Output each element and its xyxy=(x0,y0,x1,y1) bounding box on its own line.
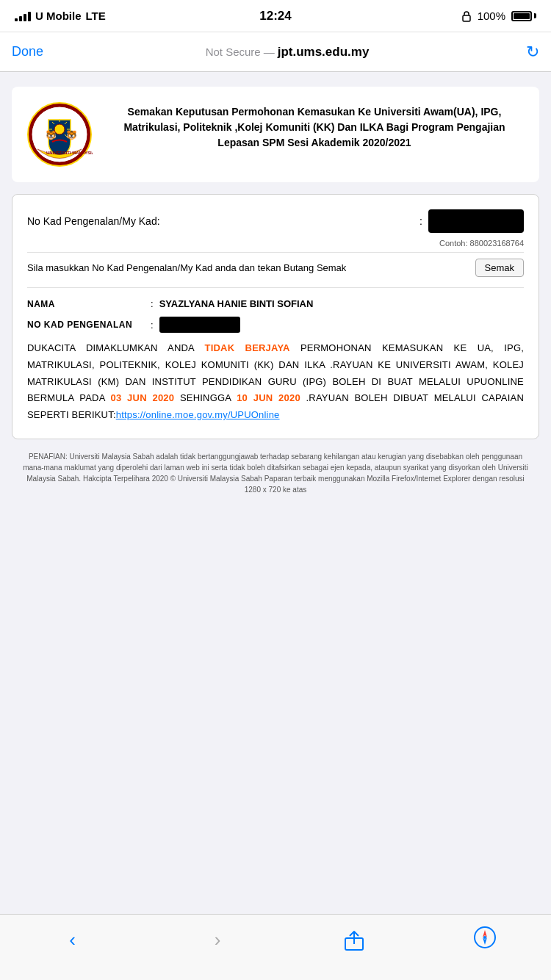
result-text-block: DUKACITA DIMAKLUMKAN ANDA TIDAK BERJAYA … xyxy=(27,340,524,424)
done-button[interactable]: Done xyxy=(12,44,48,60)
ic-result-row: NO KAD PENGENALAN : xyxy=(27,317,524,333)
reload-button[interactable]: ↻ xyxy=(526,43,539,62)
nama-colon: : xyxy=(151,298,154,309)
nama-row: NAMA : SYAZLYANA HANIE BINTI SOFIAN xyxy=(27,298,524,309)
result-text-part3: SEHINGGA xyxy=(174,392,237,403)
battery-percent: 100% xyxy=(478,10,505,22)
upu-link[interactable]: https://online.moe.gov.my/UPUOnline xyxy=(116,409,280,420)
date2-label: 10 JUN 2020 xyxy=(237,392,300,403)
compass-button[interactable] xyxy=(473,926,497,954)
ic-input-field[interactable] xyxy=(428,209,524,233)
compass-icon xyxy=(473,926,497,949)
result-text-part1: DUKACITA DIMAKLUMKAN ANDA xyxy=(27,342,205,353)
bottom-nav: ‹ › xyxy=(0,914,551,980)
ic-colon: : xyxy=(419,215,422,227)
url-dash: — xyxy=(264,46,275,58)
url-domain: jpt.ums.edu.my xyxy=(278,45,370,60)
back-button[interactable]: ‹ xyxy=(54,923,90,957)
page-title: Semakan Keputusan Permohonan Kemasukan K… xyxy=(104,101,525,151)
share-icon xyxy=(345,929,364,951)
signal-icon xyxy=(15,11,31,21)
ic-label: No Kad Pengenalan/My Kad: xyxy=(27,215,414,227)
ic-example: Contoh: 880023168764 xyxy=(27,239,524,248)
nama-label: NAMA xyxy=(27,299,145,309)
sila-text: Sila masukkan No Kad Pengenalan/My Kad a… xyxy=(27,262,475,273)
svg-point-16 xyxy=(483,936,486,939)
share-button[interactable] xyxy=(345,929,364,951)
battery-icon xyxy=(511,11,536,21)
tidak-berjaya-label: TIDAK BERJAYA xyxy=(205,342,290,353)
lock-icon xyxy=(461,10,472,22)
browser-bar: Done Not Secure — jpt.ums.edu.my ↻ xyxy=(0,32,551,72)
svg-text:🐯: 🐯 xyxy=(66,129,77,140)
date1-label: 03 JUN 2020 xyxy=(111,392,175,403)
status-time: 12:24 xyxy=(259,9,291,24)
status-right: 100% xyxy=(461,10,536,22)
nama-value: SYAZLYANA HANIE BINTI SOFIAN xyxy=(159,298,314,309)
svg-point-5 xyxy=(54,124,65,134)
url-bar: Not Secure — jpt.ums.edu.my xyxy=(57,45,517,60)
divider xyxy=(27,287,524,288)
status-bar: U Mobile LTE 12:24 100% xyxy=(0,0,551,32)
university-logo: 🐯 🐯 UNIVERSITI MALAYSIA xyxy=(26,101,93,167)
footer-text: PENAFIAN: Universiti Malaysia Sabah adal… xyxy=(12,451,539,495)
status-left: U Mobile LTE xyxy=(15,10,106,22)
page-content: 🐯 🐯 UNIVERSITI MALAYSIA xyxy=(0,72,551,954)
sila-row: Sila masukkan No Kad Pengenalan/My Kad a… xyxy=(27,252,524,277)
semak-button[interactable]: Semak xyxy=(475,259,524,277)
ic-result-colon: : xyxy=(151,320,154,331)
ic-result-label: NO KAD PENGENALAN xyxy=(27,320,145,330)
ic-redacted-value xyxy=(159,317,240,333)
svg-rect-0 xyxy=(463,15,470,21)
network-label: LTE xyxy=(86,10,106,22)
forward-button[interactable]: › xyxy=(200,923,236,957)
ic-form-row: No Kad Pengenalan/My Kad: : xyxy=(27,209,524,233)
header-card: 🐯 🐯 UNIVERSITI MALAYSIA xyxy=(12,87,539,182)
main-form-card: No Kad Pengenalan/My Kad: : Contoh: 8800… xyxy=(12,194,539,439)
not-secure-label: Not Secure xyxy=(206,46,261,58)
carrier-label: U Mobile xyxy=(35,10,82,22)
svg-text:UNIVERSITI MALAYSIA: UNIVERSITI MALAYSIA xyxy=(46,151,93,155)
